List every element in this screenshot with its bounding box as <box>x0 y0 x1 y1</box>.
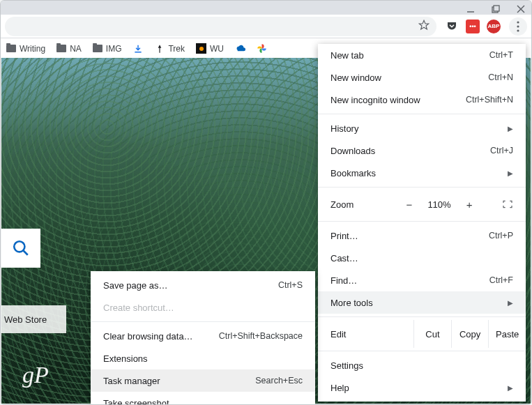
bookmark-label: WU <box>210 44 224 54</box>
submenu-save-page[interactable]: Save page as…Ctrl+S <box>91 274 315 296</box>
bookmark-folder-na[interactable]: NA <box>56 44 82 54</box>
submenu-arrow-icon: ▶ <box>508 384 513 392</box>
submenu-label: Create shortcut… <box>103 303 174 313</box>
folder-icon <box>6 45 16 52</box>
menu-help[interactable]: Help▶ <box>318 376 526 399</box>
submenu-label: Save page as… <box>103 280 168 291</box>
bookmark-photos[interactable] <box>257 43 267 54</box>
menu-label: History <box>330 123 358 134</box>
menu-label: Help <box>330 383 349 393</box>
menu-find[interactable]: Find…Ctrl+F <box>318 269 526 291</box>
web-store-tile[interactable]: Web Store <box>1 305 66 333</box>
menu-shortcut: Ctrl+N <box>488 72 513 82</box>
submenu-label: Extensions <box>103 353 148 364</box>
menu-separator <box>318 351 526 351</box>
menu-shortcut: Ctrl+P <box>489 231 513 240</box>
bookmark-star-icon[interactable] <box>418 20 430 33</box>
menu-downloads[interactable]: DownloadsCtrl+J <box>318 139 526 162</box>
submenu-shortcut: Ctrl+Shift+Backspace <box>219 331 303 341</box>
submenu-arrow-icon: ▶ <box>508 299 513 307</box>
submenu-label: Task manager <box>103 376 160 386</box>
menu-new-window[interactable]: New windowCtrl+N <box>318 66 526 89</box>
browser-toolbar: ••• ABP <box>1 15 531 38</box>
svg-rect-2 <box>494 6 499 11</box>
menu-separator <box>318 316 526 317</box>
bookmark-onedrive[interactable] <box>235 43 245 54</box>
zoom-out-button[interactable]: − <box>406 199 413 211</box>
gp-watermark: gP <box>22 362 49 388</box>
bookmark-wu[interactable]: WU <box>196 43 224 54</box>
folder-icon <box>93 45 102 52</box>
menu-label: Print… <box>330 231 358 241</box>
trek-icon <box>154 43 165 54</box>
menu-shortcut: Ctrl+Shift+N <box>466 95 513 105</box>
bookmark-download[interactable] <box>132 43 143 54</box>
svg-line-11 <box>23 250 28 255</box>
menu-label: Settings <box>330 360 363 371</box>
menu-history[interactable]: History▶ <box>318 117 526 139</box>
menu-print[interactable]: Print…Ctrl+P <box>318 224 526 247</box>
menu-label: Downloads <box>330 146 375 156</box>
main-menu-button[interactable] <box>509 17 527 36</box>
submenu-label: Take screenshot <box>103 398 169 406</box>
svg-point-8 <box>517 29 519 31</box>
submenu-separator <box>91 321 315 322</box>
submenu-arrow-icon: ▶ <box>508 125 513 132</box>
submenu-shortcut: Search+Esc <box>255 376 303 385</box>
bookmark-label: Writing <box>20 44 45 54</box>
adblock-extension-icon[interactable]: ABP <box>487 20 501 33</box>
submenu-task-manager[interactable]: Task managerSearch+Esc <box>91 369 315 392</box>
bookmark-folder-writing[interactable]: Writing <box>6 44 45 54</box>
menu-shortcut: Ctrl+F <box>489 275 513 285</box>
menu-incognito[interactable]: New incognito windowCtrl+Shift+N <box>318 89 526 111</box>
menu-new-tab[interactable]: New tabCtrl+T <box>318 44 526 66</box>
menu-zoom-row: Zoom − 110% + <box>318 190 526 218</box>
folder-icon <box>56 45 66 52</box>
menu-shortcut: Ctrl+T <box>489 50 513 60</box>
menu-label: New incognito window <box>330 95 420 105</box>
svg-marker-5 <box>419 20 428 29</box>
submenu-shortcut: Ctrl+S <box>278 280 303 290</box>
menu-label: Find… <box>330 275 357 286</box>
bookmark-label: Trek <box>168 44 185 54</box>
menu-bookmarks[interactable]: Bookmarks▶ <box>318 162 526 184</box>
bookmark-label: NA <box>70 44 82 54</box>
photos-icon <box>257 43 267 54</box>
lastpass-extension-icon[interactable]: ••• <box>466 20 480 33</box>
menu-separator <box>318 221 526 222</box>
menu-separator <box>318 187 526 188</box>
fullscreen-button[interactable] <box>489 199 513 209</box>
pocket-extension-icon[interactable] <box>445 20 459 33</box>
submenu-extensions[interactable]: Extensions <box>91 347 315 369</box>
main-menu: New tabCtrl+T New windowCtrl+N New incog… <box>318 44 526 402</box>
edit-copy-button[interactable]: Copy <box>451 320 489 348</box>
edit-cut-button[interactable]: Cut <box>413 320 451 348</box>
submenu-clear-data[interactable]: Clear browsing data…Ctrl+Shift+Backspace <box>91 325 315 347</box>
menu-separator <box>318 114 526 114</box>
search-icon <box>12 239 30 257</box>
menu-settings[interactable]: Settings <box>318 354 526 376</box>
edit-paste-button[interactable]: Paste <box>488 320 526 348</box>
zoom-in-button[interactable]: + <box>466 199 473 211</box>
omnibox[interactable] <box>5 17 436 36</box>
web-store-label: Web Store <box>4 314 47 325</box>
extension-icons: ••• ABP <box>441 20 505 33</box>
menu-more-tools[interactable]: More tools▶ <box>318 291 526 314</box>
bookmark-label: IMG <box>106 44 122 54</box>
menu-cast[interactable]: Cast… <box>318 247 526 269</box>
search-tile[interactable] <box>1 229 40 268</box>
menu-label: Bookmarks <box>330 168 376 178</box>
submenu-screenshot[interactable]: Take screenshot <box>91 392 315 405</box>
submenu-label: Clear browsing data… <box>103 331 193 342</box>
wu-icon <box>196 43 206 54</box>
more-tools-submenu: Save page as…Ctrl+S Create shortcut… Cle… <box>91 271 315 405</box>
menu-label: New window <box>330 72 381 83</box>
minimize-button[interactable] <box>466 4 476 14</box>
bookmark-folder-img[interactable]: IMG <box>93 44 122 54</box>
menu-shortcut: Ctrl+J <box>490 146 513 155</box>
maximize-button[interactable] <box>491 4 501 14</box>
bookmark-trek[interactable]: Trek <box>154 43 185 54</box>
window-titlebar <box>1 1 531 15</box>
menu-label: Cast… <box>330 253 358 263</box>
close-button[interactable] <box>516 4 526 14</box>
